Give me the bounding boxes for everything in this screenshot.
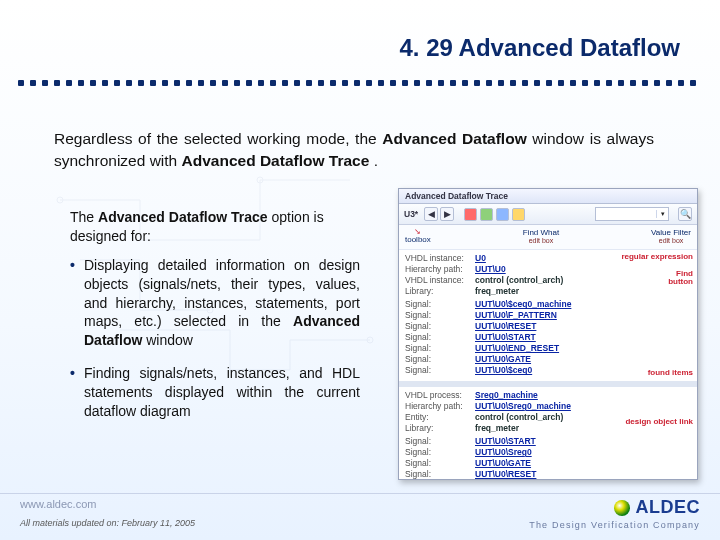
object-link[interactable]: UUT\U0\GATE bbox=[475, 458, 531, 468]
intro-paragraph: Regardless of the selected working mode,… bbox=[54, 128, 654, 173]
field-key: Library: bbox=[405, 423, 471, 433]
field-key: Signal: bbox=[405, 365, 471, 375]
field-key: Signal: bbox=[405, 332, 471, 342]
field-key: Signal: bbox=[405, 354, 471, 364]
text-bold: Advanced Dataflow bbox=[382, 130, 526, 147]
find-what-input[interactable] bbox=[596, 210, 656, 219]
object-link[interactable]: UUT\U0\RESET bbox=[475, 321, 536, 331]
object-link[interactable]: UUT\U0\END_RESET bbox=[475, 343, 559, 353]
field-key: Hierarchy path: bbox=[405, 264, 471, 274]
pane-instance: VHDL instance:U0 Hierarchy path:UUT\U0 V… bbox=[399, 250, 697, 387]
object-link[interactable]: UUT\U0\GATE bbox=[475, 354, 531, 364]
field-key: Signal: bbox=[405, 299, 471, 309]
field-value: control (control_arch) bbox=[475, 412, 563, 422]
annotation-toolbox: ↘ toolbox bbox=[405, 228, 431, 245]
trace-window-screenshot: Advanced Dataflow Trace U3* ◀ ▶ ▾ 🔍 ↘ bbox=[398, 188, 698, 480]
callout-design-object-link: design object link bbox=[625, 417, 693, 426]
panels: VHDL instance:U0 Hierarchy path:UUT\U0 V… bbox=[399, 250, 697, 479]
field-key: Entity: bbox=[405, 412, 471, 422]
object-link[interactable]: UUT\U0\$ceq0_machine bbox=[475, 299, 571, 309]
bullet-item: Displaying detailed information on desig… bbox=[70, 256, 360, 350]
field-key: VHDL instance: bbox=[405, 253, 471, 263]
field-key: Signal: bbox=[405, 343, 471, 353]
svg-point-3 bbox=[367, 337, 373, 343]
field-key: Signal: bbox=[405, 310, 471, 320]
nav-next-button[interactable]: ▶ bbox=[440, 207, 454, 221]
brand-logo: ALDEC bbox=[614, 497, 701, 518]
slide: 4. 29 Advanced Dataflow Regardless of th… bbox=[0, 0, 720, 540]
object-link[interactable]: UUT\U0\Sreg0_machine bbox=[475, 401, 571, 411]
pane-process: VHDL process:Sreg0_machine Hierarchy pat… bbox=[399, 387, 697, 479]
field-key: VHDL instance: bbox=[405, 275, 471, 285]
brand-tagline: The Design Verification Company bbox=[529, 520, 700, 530]
find-what-combo[interactable]: ▾ bbox=[595, 207, 669, 221]
toolbox-icon[interactable] bbox=[480, 208, 493, 221]
object-link[interactable]: Sreg0_machine bbox=[475, 390, 538, 400]
object-link[interactable]: U0 bbox=[475, 253, 486, 263]
field-key: Signal: bbox=[405, 469, 471, 479]
field-key: Signal: bbox=[405, 447, 471, 457]
svg-point-0 bbox=[57, 197, 63, 203]
object-link[interactable]: UUT\U0\START bbox=[475, 436, 536, 446]
callout-found-items: found items bbox=[648, 368, 693, 377]
object-link[interactable]: UUT\U0\$ceq0 bbox=[475, 365, 532, 375]
breadcrumb-text: U3* bbox=[404, 209, 418, 219]
annotation-row: ↘ toolbox Find What edit box Value Filte… bbox=[399, 225, 697, 250]
field-value: freq_meter bbox=[475, 286, 519, 296]
logo-icon bbox=[614, 500, 630, 516]
slide-title: 4. 29 Advanced Dataflow bbox=[399, 34, 680, 62]
nav-prev-button[interactable]: ◀ bbox=[424, 207, 438, 221]
field-value: control (control_arch) bbox=[475, 275, 563, 285]
annotation-find-what: Find What edit box bbox=[523, 229, 559, 245]
annotation-label: Value Filter bbox=[651, 229, 691, 237]
nav-buttons: ◀ ▶ bbox=[424, 207, 454, 221]
callout-find-button: Findbutton bbox=[668, 270, 693, 286]
window-titlebar: Advanced Dataflow Trace bbox=[399, 189, 697, 204]
text: The bbox=[70, 209, 98, 225]
annotation-value-filter: Value Filter edit box bbox=[651, 229, 691, 245]
field-key: Signal: bbox=[405, 436, 471, 446]
field-key: VHDL process: bbox=[405, 390, 471, 400]
object-link[interactable]: UUT\U0\START bbox=[475, 332, 536, 342]
toolbox-icon[interactable] bbox=[512, 208, 525, 221]
bullet-item: Finding signals/nets, instances, and HDL… bbox=[70, 364, 360, 421]
body-left: The Advanced Dataflow Trace option is de… bbox=[70, 208, 360, 435]
footer-url: www.aldec.com bbox=[20, 498, 96, 510]
callout-regex: regular expression bbox=[621, 252, 693, 261]
annotation-label: Find What bbox=[523, 229, 559, 237]
object-link[interactable]: UUT\U0\Sreg0 bbox=[475, 447, 532, 457]
text-bold: Advanced Dataflow Trace bbox=[182, 152, 370, 169]
svg-point-1 bbox=[257, 177, 263, 183]
field-value: freq_meter bbox=[475, 423, 519, 433]
object-link[interactable]: UUT\U0\RESET bbox=[475, 469, 536, 479]
toolbox-icon[interactable] bbox=[496, 208, 509, 221]
toolbar: U3* ◀ ▶ ▾ 🔍 bbox=[399, 204, 697, 225]
footer-update: All materials updated on: February 11, 2… bbox=[20, 518, 195, 528]
field-key: Hierarchy path: bbox=[405, 401, 471, 411]
field-key: Signal: bbox=[405, 458, 471, 468]
object-link[interactable]: UUT\U0\F_PATTERN bbox=[475, 310, 557, 320]
footer-divider bbox=[0, 493, 720, 494]
brand-name: ALDEC bbox=[636, 497, 701, 518]
annotation-sub: edit box bbox=[523, 237, 559, 244]
annotation-sub: edit box bbox=[651, 237, 691, 244]
find-button[interactable]: 🔍 bbox=[678, 207, 692, 221]
lead-line: The Advanced Dataflow Trace option is de… bbox=[70, 208, 360, 246]
text-bold: Advanced Dataflow Trace bbox=[98, 209, 268, 225]
field-key: Signal: bbox=[405, 321, 471, 331]
text: . bbox=[374, 152, 378, 169]
divider-dots bbox=[18, 80, 702, 90]
annotation-label: toolbox bbox=[405, 236, 431, 244]
text: Regardless of the selected working mode,… bbox=[54, 130, 382, 147]
object-link[interactable]: UUT\U0 bbox=[475, 264, 506, 274]
field-key: Library: bbox=[405, 286, 471, 296]
chevron-down-icon[interactable]: ▾ bbox=[656, 210, 668, 218]
toolbar-icon-group bbox=[464, 208, 525, 221]
toolbox-icon[interactable] bbox=[464, 208, 477, 221]
text: window bbox=[146, 332, 193, 348]
